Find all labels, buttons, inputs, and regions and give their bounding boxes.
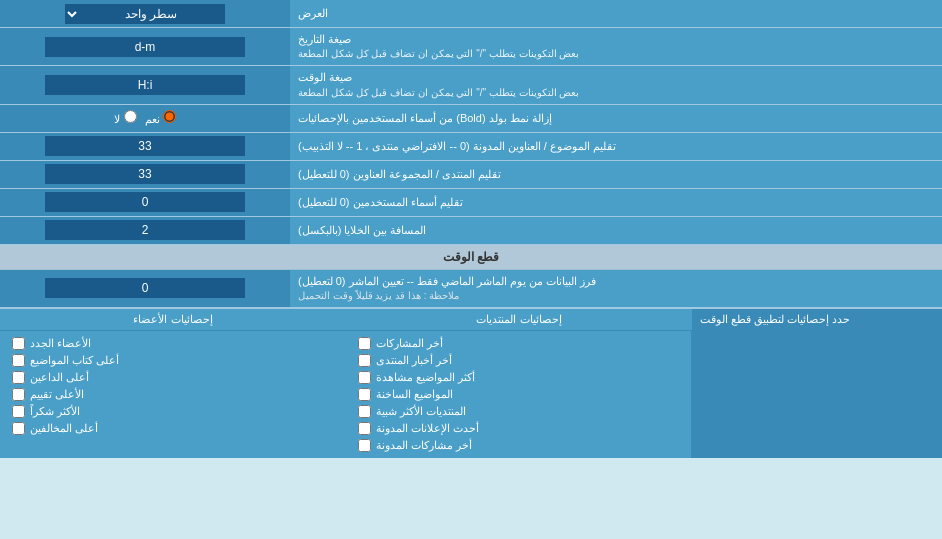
checkboxes-section: حدد إحصائيات لتطبيق قطع الوقت إحصائيات ا…	[0, 308, 942, 458]
checkbox-hot-topics[interactable]	[358, 388, 371, 401]
date-format-input[interactable]	[45, 37, 245, 57]
forum-group-input-cell	[0, 161, 290, 188]
bold-remove-label: إزالة نمط بولد (Bold) من أسماء المستخدمي…	[290, 105, 942, 132]
user-names-input-cell	[0, 189, 290, 216]
display-input-cell: سطر واحد سطرين ثلاثة أسطر	[0, 0, 290, 27]
bold-remove-row: إزالة نمط بولد (Bold) من أسماء المستخدمي…	[0, 105, 942, 133]
time-cut-input-cell	[0, 270, 290, 307]
list-item: الأكثر شكراً	[12, 403, 334, 420]
forum-title-row: تقليم الموضوع / العناوين المدونة (0 -- ا…	[0, 133, 942, 161]
date-format-row: صيغة التاريخ بعض التكوينات يتطلب "/" الت…	[0, 28, 942, 66]
time-cut-input[interactable]	[45, 278, 245, 298]
checkbox-top-rated[interactable]	[12, 388, 25, 401]
checkbox-most-viewed[interactable]	[358, 371, 371, 384]
user-names-input[interactable]	[45, 192, 245, 212]
user-names-row: تقليم أسماء المستخدمين (0 للتعطيل)	[0, 189, 942, 217]
time-format-input[interactable]	[45, 75, 245, 95]
list-item: أحدث الإعلانات المدونة	[358, 420, 680, 437]
forum-group-label: تقليم المنتدى / المجموعة العناوين (0 للت…	[290, 161, 942, 188]
cell-space-label: المسافة بين الخلايا (بالبكسل)	[290, 217, 942, 244]
time-cut-row: فرز البيانات من يوم الماشر الماضي فقط --…	[0, 270, 942, 308]
checkbox-last-posts[interactable]	[358, 337, 371, 350]
forum-group-row: تقليم المنتدى / المجموعة العناوين (0 للت…	[0, 161, 942, 189]
list-item: أكثر المواضيع مشاهدة	[358, 369, 680, 386]
time-cut-label: فرز البيانات من يوم الماشر الماضي فقط --…	[290, 270, 942, 307]
time-format-row: صيغة الوقت بعض التكوينات يتطلب "/" التي …	[0, 66, 942, 104]
list-item: الأعلى تقييم	[12, 386, 334, 403]
bold-yes-radio[interactable]	[163, 110, 176, 123]
forum-group-input[interactable]	[45, 164, 245, 184]
list-item: أعلى الداعين	[12, 369, 334, 386]
display-dropdown[interactable]: سطر واحد سطرين ثلاثة أسطر	[65, 4, 225, 24]
checkbox-top-referrers[interactable]	[12, 371, 25, 384]
time-section-header: قطع الوقت	[0, 245, 942, 270]
checkbox-forum-news[interactable]	[358, 354, 371, 367]
col1-header: إحصائيات المنتديات	[346, 309, 692, 330]
time-format-input-cell	[0, 66, 290, 103]
checkbox-top-posters[interactable]	[12, 354, 25, 367]
bold-no-label: لا	[114, 110, 136, 126]
main-container: العرض سطر واحد سطرين ثلاثة أسطر صيغة الت…	[0, 0, 942, 458]
forum-title-input[interactable]	[45, 136, 245, 156]
cell-space-input-cell	[0, 217, 290, 244]
user-names-label: تقليم أسماء المستخدمين (0 للتعطيل)	[290, 189, 942, 216]
time-format-label: صيغة الوقت بعض التكوينات يتطلب "/" التي …	[290, 66, 942, 103]
date-format-label: صيغة التاريخ بعض التكوينات يتطلب "/" الت…	[290, 28, 942, 65]
checkbox-header-row: حدد إحصائيات لتطبيق قطع الوقت إحصائيات ا…	[0, 309, 942, 331]
forum-title-label: تقليم الموضوع / العناوين المدونة (0 -- ا…	[290, 133, 942, 160]
checkbox-top-warned[interactable]	[12, 422, 25, 435]
checkbox-blog-posts[interactable]	[358, 439, 371, 452]
list-item: أعلى كتاب المواضيع	[12, 352, 334, 369]
date-format-input-cell	[0, 28, 290, 65]
list-item: أخر أخبار المنتدى	[358, 352, 680, 369]
display-label: العرض	[290, 0, 942, 27]
checkbox-col1: أخر المشاركات أخر أخبار المنتدى أكثر الم…	[346, 331, 693, 458]
checkbox-popular-forums[interactable]	[358, 405, 371, 418]
empty-left	[692, 331, 942, 458]
bold-yes-label: نعم	[145, 110, 176, 126]
cell-space-input[interactable]	[45, 220, 245, 240]
list-item: أخر المشاركات	[358, 335, 680, 352]
checkbox-new-members[interactable]	[12, 337, 25, 350]
forum-title-input-cell	[0, 133, 290, 160]
bold-no-radio[interactable]	[124, 110, 137, 123]
list-item: الأعضاء الجدد	[12, 335, 334, 352]
bold-remove-input-cell: نعم لا	[0, 105, 290, 132]
checkbox-most-thanked[interactable]	[12, 405, 25, 418]
col2-header: إحصائيات الأعضاء	[0, 309, 346, 330]
list-item: المنتديات الأكثر شبية	[358, 403, 680, 420]
cell-space-row: المسافة بين الخلايا (بالبكسل)	[0, 217, 942, 245]
display-row: العرض سطر واحد سطرين ثلاثة أسطر	[0, 0, 942, 28]
list-item: أعلى المخالفين	[12, 420, 334, 437]
checkbox-latest-announcements[interactable]	[358, 422, 371, 435]
list-item: المواضيع الساخنة	[358, 386, 680, 403]
list-item: أخر مشاركات المدونة	[358, 437, 680, 454]
apply-label: حدد إحصائيات لتطبيق قطع الوقت	[692, 309, 942, 330]
checkbox-col2: الأعضاء الجدد أعلى كتاب المواضيع أعلى ال…	[0, 331, 346, 458]
checkbox-items-wrapper: أخر المشاركات أخر أخبار المنتدى أكثر الم…	[0, 331, 942, 458]
